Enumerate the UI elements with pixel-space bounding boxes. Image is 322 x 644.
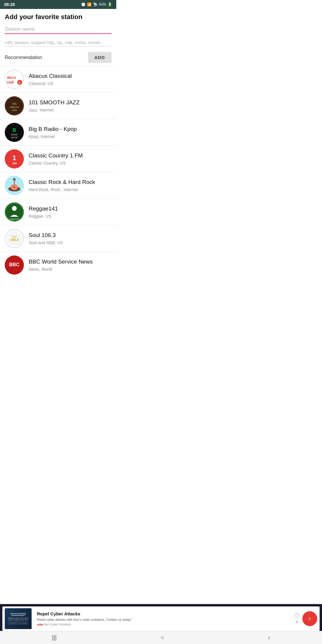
station-genre: News, World — [29, 267, 112, 272]
battery-text: 54% — [99, 2, 106, 7]
add-button[interactable]: ADD — [88, 52, 112, 63]
svg-text:reggae141: reggae141 — [9, 218, 20, 220]
svg-text:101: 101 — [12, 102, 16, 105]
svg-text:B: B — [13, 128, 16, 133]
list-item[interactable]: reggae141 Reggae141 Reggae, US — [0, 199, 116, 225]
station-info: Classic Rock & Hard Rock Hard Rock, Rock… — [29, 179, 112, 192]
station-name: Abacus Classical — [29, 73, 112, 79]
list-item[interactable]: 101 SMOOTH JAZZ 101 SMOOTH JAZZ Jazz, In… — [0, 92, 116, 119]
station-name: Classic Rock & Hard Rock — [29, 179, 112, 185]
signal-icon: 📡 — [93, 2, 97, 7]
station-genre: Classical, US — [29, 81, 112, 86]
svg-point-6 — [6, 97, 23, 114]
station-info: Big B Radio - Kpop Kpop, Internet — [29, 126, 112, 139]
station-genre: Classic Country, US — [29, 161, 112, 165]
list-item[interactable]: BBC BBC World Service News News, World — [0, 252, 116, 278]
station-name: 101 SMOOTH JAZZ — [29, 99, 112, 106]
station-name: Reggae141 — [29, 205, 112, 212]
recommendation-row: Recommendation ADD — [0, 47, 116, 66]
station-logo-country: 1 .FM — [5, 149, 24, 168]
svg-text:radi: radi — [7, 80, 14, 84]
station-info: 101 SMOOTH JAZZ Jazz, Internet — [29, 99, 112, 112]
station-info: Abacus Classical Classical, US — [29, 73, 112, 86]
status-bar: 08:28 🕐 📶 📡 54% 🔋 — [0, 0, 116, 9]
status-icons: 🕐 📶 📡 54% 🔋 — [81, 2, 112, 7]
station-name: Soul 106.3 — [29, 232, 112, 239]
alarm-icon: 🕐 — [81, 2, 86, 7]
station-name: Classic Country 1.FM — [29, 152, 112, 159]
svg-text:SMOOTH: SMOOTH — [10, 106, 19, 108]
station-info: Soul 106.3 Soul and R&B, US — [29, 232, 112, 245]
station-info: BBC World Service News News, World — [29, 258, 112, 272]
svg-text:1: 1 — [13, 154, 16, 162]
station-genre: Hard Rock, Rock , Internet — [29, 187, 112, 192]
page-title: Add your favorite station — [0, 9, 116, 23]
station-info: Reggae141 Reggae, US — [29, 205, 112, 219]
recommendation-label: Recommendation — [5, 55, 42, 60]
svg-text:o: o — [18, 81, 20, 84]
list-item[interactable]: Classic Rock & Hard Rock Hard Rock, Rock… — [0, 172, 116, 199]
station-logo-jazz: 101 SMOOTH JAZZ — [5, 96, 24, 115]
station-list: abcu radi o Abacus Classical Classical, … — [0, 66, 116, 278]
url-section — [0, 34, 116, 47]
station-genre: Kpop, Internet — [29, 134, 112, 139]
battery-icon: 🔋 — [108, 2, 112, 7]
svg-text:#KPOP: #KPOP — [11, 137, 18, 139]
station-genre: Soul and R&B, US — [29, 240, 112, 245]
url-stream-input[interactable] — [5, 39, 112, 47]
station-info: Classic Country 1.FM Classic Country, US — [29, 152, 112, 165]
svg-text:.FM: .FM — [12, 162, 17, 165]
station-genre: Jazz, Internet — [29, 108, 112, 112]
svg-point-30 — [12, 206, 17, 211]
station-logo-reggae: reggae141 — [5, 202, 24, 222]
station-logo-abacus: abcu radi o — [5, 70, 24, 89]
station-logo-soul: Soul 106.3 — [5, 229, 24, 248]
svg-text:JAZZ: JAZZ — [12, 109, 17, 111]
station-name: Big B Radio - Kpop — [29, 126, 112, 132]
status-time: 08:28 — [4, 2, 15, 7]
station-logo-kpop: B RADIO #KPOP — [5, 123, 24, 142]
svg-text:abcu: abcu — [7, 75, 16, 80]
station-name-section — [0, 23, 116, 34]
list-item[interactable]: Soul 106.3 Soul 106.3 Soul and R&B, US — [0, 225, 116, 252]
list-item[interactable]: B RADIO #KPOP Big B Radio - Kpop Kpop, I… — [0, 119, 116, 145]
svg-text:RADIO: RADIO — [11, 134, 18, 136]
svg-text:106.3: 106.3 — [10, 238, 18, 242]
list-item[interactable]: 1 .FM Classic Country 1.FM Classic Count… — [0, 145, 116, 172]
station-name-input[interactable] — [5, 25, 112, 34]
station-name: BBC World Service News — [29, 258, 112, 265]
svg-text:BBC: BBC — [9, 262, 20, 267]
station-logo-bbc: BBC — [5, 256, 24, 275]
list-item[interactable]: abcu radi o Abacus Classical Classical, … — [0, 66, 116, 92]
wifi-icon: 📶 — [87, 2, 92, 7]
station-logo-rock — [5, 176, 24, 195]
station-genre: Reggae, US — [29, 214, 112, 219]
